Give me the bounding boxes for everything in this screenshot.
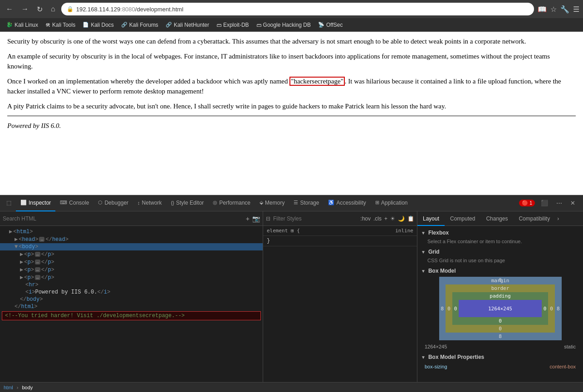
box-sizing-row: box-sizing content-box — [421, 363, 579, 370]
tab-layout[interactable]: Layout — [417, 211, 445, 226]
flexbox-toggle[interactable]: ▼ — [421, 230, 426, 235]
filter-icon: ⊟ — [266, 216, 270, 222]
paragraph-4: A pity Patrick claims to be a security a… — [7, 101, 576, 112]
html-node[interactable]: ▶ <html> — [0, 228, 263, 235]
bookmark-icon[interactable]: ☆ — [550, 5, 557, 14]
dark-mode-button[interactable]: 🌙 — [398, 216, 405, 222]
hov-button[interactable]: :hov — [360, 216, 371, 222]
tab-changes[interactable]: Changes — [480, 211, 513, 226]
collapse-arrow[interactable]: ▶ — [20, 251, 23, 258]
right-tabs-chevron[interactable]: › — [555, 216, 561, 222]
error-badge: 🔴 1 — [519, 200, 535, 206]
tab-debugger[interactable]: ⬡ Debugger — [93, 195, 133, 211]
tab-performance[interactable]: ◎ Performance — [208, 195, 255, 211]
network-icon: ↕ — [137, 200, 140, 206]
close-html-node[interactable]: </html> — [0, 303, 263, 310]
html-search-input[interactable] — [3, 216, 243, 222]
forward-button[interactable]: → — [19, 4, 31, 14]
collapse-arrow[interactable]: ▶ — [20, 274, 23, 281]
head-node[interactable]: ▶ <head> … </head> — [0, 235, 263, 243]
grid-toggle[interactable]: ▼ — [421, 250, 426, 255]
memory-icon: ⬙ — [260, 200, 263, 206]
back-button[interactable]: ← — [4, 4, 15, 14]
home-button[interactable]: ⌂ — [49, 4, 58, 14]
close-devtools-button[interactable]: ✕ — [568, 199, 578, 207]
reader-mode-icon[interactable]: 📖 — [538, 5, 547, 14]
add-rule-button[interactable]: + — [384, 216, 387, 222]
storage-icon: ☰ — [294, 200, 298, 206]
grid-section-header[interactable]: ▼ Grid — [421, 249, 579, 255]
html-panel: + 📷 ▶ <html> ▶ <head> … </head> ▼ — [0, 211, 263, 382]
add-node-button[interactable]: + — [246, 215, 250, 222]
element-size: 1264×245 — [425, 344, 447, 349]
css-filter-input[interactable] — [273, 216, 358, 222]
paragraph-1: Security by obscurity is one of the wors… — [7, 36, 576, 47]
size-position-info: 1264×245 static — [421, 342, 579, 351]
bookmark-kali-docs[interactable]: 📄 Kali Docs — [80, 21, 117, 29]
url-text: 192.168.114.129:8080/development.html — [76, 6, 183, 13]
kali-forums-icon: 🔗 — [121, 22, 127, 28]
secret-page-link[interactable]: "hackersecretpage" — [289, 77, 345, 86]
tab-console[interactable]: ⌨ Console — [55, 195, 93, 211]
tab-memory[interactable]: ⬙ Memory — [255, 195, 289, 211]
collapse-arrow[interactable]: ▶ — [20, 266, 23, 273]
tab-compatibility[interactable]: Compatibility — [513, 211, 555, 226]
box-model-toggle[interactable]: ▼ — [421, 269, 426, 274]
hr-node[interactable]: <hr> — [0, 281, 263, 289]
css-rule-close: } — [263, 236, 417, 246]
html-search-bar: + 📷 — [0, 211, 263, 226]
comment-node[interactable]: <!--You tried harder! Visit ./developmen… — [2, 311, 261, 320]
address-bar[interactable]: 🔒 192.168.114.129:8080/development.html — [61, 3, 534, 15]
screenshot-button[interactable]: 📷 — [252, 215, 260, 222]
close-body-node[interactable]: </body> — [0, 296, 263, 303]
tab-inspector[interactable]: ⬜ Inspector — [16, 195, 55, 211]
tab-computed[interactable]: Computed — [445, 211, 480, 226]
status-html-tag[interactable]: html — [4, 385, 13, 390]
p-node-4[interactable]: ▶ <p> … </p> — [0, 274, 263, 281]
bookmark-kali-nethunter[interactable]: 🔗 Kali NetHunter — [163, 21, 212, 29]
border-sides: 0 padding 0 1264×245 — [446, 292, 555, 325]
light-mode-button[interactable]: ☀ — [390, 216, 395, 222]
extensions-icon[interactable]: 🔧 — [560, 5, 569, 14]
bookmark-exploit-db[interactable]: 🗃 Exploit-DB — [214, 21, 252, 29]
bookmark-kali-forums[interactable]: 🔗 Kali Forums — [118, 21, 161, 29]
css-panel: ⊟ :hov .cls + ☀ 🌙 📋 element ⊞ { inline } — [263, 211, 417, 382]
refresh-button[interactable]: ↻ — [34, 4, 45, 15]
box-sizing-value: content-box — [550, 364, 576, 369]
devtools-tab-pick[interactable]: ⬚ — [2, 195, 16, 211]
devtools-right-actions: 🔴 1 ⬛ ⋯ ✕ — [519, 199, 581, 207]
box-model-props-toggle[interactable]: ▼ — [421, 355, 426, 360]
p-node-1[interactable]: ▶ <p> … </p> — [0, 250, 263, 258]
cls-button[interactable]: .cls — [373, 216, 382, 222]
bookmark-kali-linux[interactable]: 🐉 Kali Linux — [4, 21, 41, 29]
tab-accessibility[interactable]: ♿ Accessibility — [323, 195, 370, 211]
collapse-arrow[interactable]: ▶ — [20, 259, 23, 265]
p-node-2[interactable]: ▶ <p> … </p> — [0, 258, 263, 266]
status-body-tag[interactable]: body — [22, 385, 33, 390]
tab-network[interactable]: ↕ Network — [133, 195, 167, 211]
padding-layer: padding 0 1264×245 0 — [452, 292, 549, 325]
bookmark-google-hacking-db[interactable]: 🗃 Google Hacking DB — [254, 21, 314, 29]
body-node[interactable]: ▼ <body> — [0, 243, 263, 250]
collapse-arrow[interactable]: ▶ — [9, 228, 12, 235]
i-node[interactable]: <i> Powered by IIS 6.0. </i> — [0, 289, 263, 296]
bookmark-offsec[interactable]: 📡 OffSec — [315, 21, 345, 29]
tab-application[interactable]: ⊞ Application — [371, 195, 412, 211]
inspector-icon: ⬜ — [20, 200, 27, 206]
menu-icon[interactable]: ☰ — [573, 5, 579, 14]
tab-storage[interactable]: ☰ Storage — [289, 195, 323, 211]
right-panel: Layout Computed Changes Compatibility › … — [417, 211, 583, 382]
tab-style-editor[interactable]: {} Style Editor — [167, 195, 209, 211]
flexbox-section-header[interactable]: ▼ Flexbox — [421, 230, 579, 236]
dock-button[interactable]: ⬛ — [539, 199, 550, 207]
overflow-button[interactable]: ⋯ — [554, 199, 564, 207]
screenshot-css-button[interactable]: 📋 — [407, 216, 414, 222]
p-node-3[interactable]: ▶ <p> … </p> — [0, 266, 263, 274]
kali-nethunter-icon: 🔗 — [166, 22, 172, 28]
collapse-arrow[interactable]: ▶ — [15, 236, 18, 243]
box-model-props-header[interactable]: ▼ Box Model Properties — [421, 354, 579, 360]
bookmark-kali-tools[interactable]: 🛠 Kali Tools — [43, 21, 78, 29]
collapse-arrow[interactable]: ▼ — [15, 244, 18, 250]
bookmarks-bar: 🐉 Kali Linux 🛠 Kali Tools 📄 Kali Docs 🔗 … — [0, 18, 583, 32]
box-model-section-header[interactable]: ▼ Box Model — [421, 268, 579, 274]
